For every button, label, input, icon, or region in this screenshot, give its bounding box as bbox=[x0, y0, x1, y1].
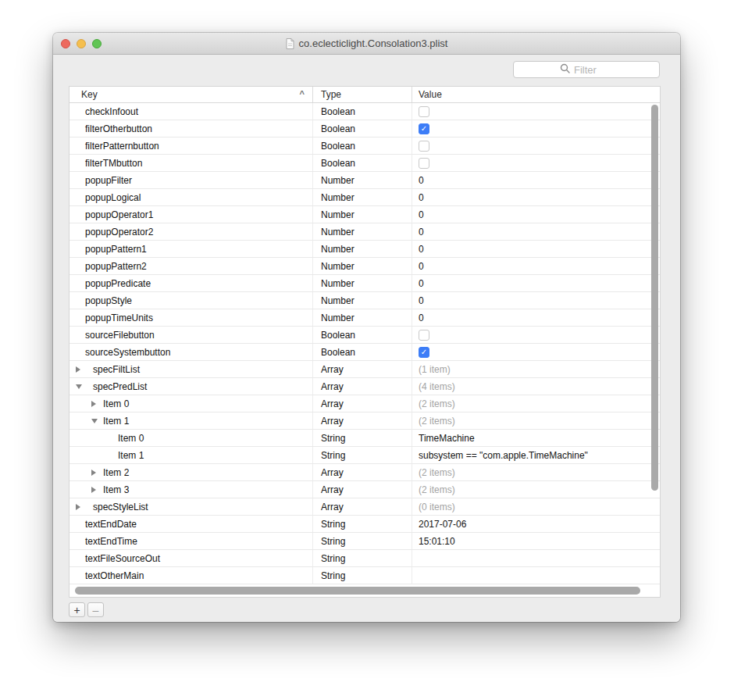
value-cell[interactable]: (2 items) bbox=[412, 412, 660, 429]
disclosure-expanded-icon[interactable] bbox=[91, 419, 98, 423]
type-cell[interactable]: Boolean bbox=[313, 103, 412, 120]
table-row[interactable]: textEndDateString2017-07-06 bbox=[69, 516, 660, 533]
type-cell[interactable]: Array bbox=[313, 412, 412, 429]
key-cell[interactable]: specStyleList bbox=[69, 498, 313, 515]
table-row[interactable]: popupStyleNumber0 bbox=[69, 292, 660, 309]
disclosure-collapsed-icon[interactable] bbox=[91, 401, 96, 407]
type-cell[interactable]: Array bbox=[313, 464, 412, 480]
table-row[interactable]: popupPattern2Number0 bbox=[69, 258, 660, 275]
table-row[interactable]: textOtherMainString bbox=[69, 567, 660, 584]
value-cell[interactable] bbox=[412, 138, 660, 154]
filter-field[interactable] bbox=[513, 61, 660, 78]
type-cell[interactable]: String bbox=[313, 550, 412, 566]
key-cell[interactable]: popupTimeUnits bbox=[69, 309, 313, 326]
table-row[interactable]: popupOperator1Number0 bbox=[69, 206, 660, 223]
type-cell[interactable]: Array bbox=[313, 395, 412, 412]
table-row[interactable]: Item 3Array(2 items) bbox=[69, 481, 660, 498]
disclosure-collapsed-icon[interactable] bbox=[76, 504, 80, 510]
value-cell[interactable]: (0 items) bbox=[412, 498, 660, 515]
key-cell[interactable]: popupPredicate bbox=[69, 275, 313, 291]
type-cell[interactable]: Boolean bbox=[313, 155, 412, 171]
table-row[interactable]: Item 0Array(2 items) bbox=[69, 395, 660, 412]
horizontal-scrollbar-thumb[interactable] bbox=[75, 587, 640, 595]
filter-input[interactable] bbox=[574, 64, 613, 76]
key-cell[interactable]: textOtherMain bbox=[69, 567, 313, 584]
value-cell[interactable] bbox=[412, 550, 660, 566]
table-row[interactable]: Item 2Array(2 items) bbox=[69, 464, 660, 481]
key-cell[interactable]: Item 1 bbox=[69, 447, 313, 463]
value-cell[interactable] bbox=[412, 155, 660, 171]
table-row[interactable]: specStyleListArray(0 items) bbox=[69, 498, 660, 516]
key-cell[interactable]: textEndTime bbox=[69, 533, 313, 549]
value-cell[interactable] bbox=[412, 103, 660, 120]
table-row[interactable]: filterTMbuttonBoolean bbox=[69, 155, 660, 172]
table-row[interactable]: popupOperator2Number0 bbox=[69, 223, 660, 241]
table-row[interactable]: textFileSourceOutString bbox=[69, 550, 660, 567]
key-cell[interactable]: sourceSystembutton bbox=[69, 344, 313, 360]
type-cell[interactable]: String bbox=[313, 430, 412, 446]
remove-row-button[interactable]: – bbox=[87, 602, 104, 617]
type-cell[interactable]: String bbox=[313, 447, 412, 463]
key-cell[interactable]: filterTMbutton bbox=[69, 155, 313, 171]
type-cell[interactable]: String bbox=[313, 516, 412, 532]
value-cell[interactable]: (2 items) bbox=[412, 464, 660, 480]
type-cell[interactable]: Number bbox=[313, 172, 412, 188]
key-cell[interactable]: Item 2 bbox=[69, 464, 313, 480]
value-cell[interactable]: 0 bbox=[412, 223, 660, 240]
type-cell[interactable]: Boolean bbox=[313, 120, 412, 137]
value-cell[interactable]: 0 bbox=[412, 275, 660, 291]
type-cell[interactable]: Number bbox=[313, 275, 412, 291]
table-row[interactable]: popupLogicalNumber0 bbox=[69, 189, 660, 206]
value-cell[interactable]: 15:01:10 bbox=[412, 533, 660, 549]
table-row[interactable]: filterOtherbuttonBoolean✓ bbox=[69, 120, 660, 138]
value-cell[interactable] bbox=[412, 567, 660, 584]
checkbox-checked[interactable]: ✓ bbox=[419, 123, 429, 134]
value-cell[interactable]: (2 items) bbox=[412, 481, 660, 498]
column-header-value[interactable]: Value bbox=[412, 87, 660, 102]
table-row[interactable]: specFiltListArray(1 item) bbox=[69, 361, 660, 378]
key-cell[interactable]: Item 3 bbox=[69, 481, 313, 498]
key-cell[interactable]: popupOperator2 bbox=[69, 223, 313, 240]
type-cell[interactable]: String bbox=[313, 567, 412, 584]
type-cell[interactable]: Boolean bbox=[313, 344, 412, 360]
table-row[interactable]: sourceSystembuttonBoolean✓ bbox=[69, 344, 660, 361]
value-cell[interactable]: 0 bbox=[412, 206, 660, 223]
type-cell[interactable]: Boolean bbox=[313, 327, 412, 343]
value-cell[interactable]: (1 item) bbox=[412, 361, 660, 377]
disclosure-collapsed-icon[interactable] bbox=[91, 487, 96, 493]
key-cell[interactable]: popupPattern1 bbox=[69, 241, 313, 257]
value-cell[interactable]: 0 bbox=[412, 172, 660, 188]
value-cell[interactable]: 2017-07-06 bbox=[412, 516, 660, 532]
key-cell[interactable]: Item 1 bbox=[69, 412, 313, 429]
checkbox-unchecked[interactable] bbox=[419, 330, 429, 341]
key-cell[interactable]: checkInfoout bbox=[69, 103, 313, 120]
key-cell[interactable]: popupPattern2 bbox=[69, 258, 313, 274]
type-cell[interactable]: Number bbox=[313, 206, 412, 223]
key-cell[interactable]: sourceFilebutton bbox=[69, 327, 313, 343]
type-cell[interactable]: Number bbox=[313, 258, 412, 274]
disclosure-collapsed-icon[interactable] bbox=[76, 366, 80, 373]
value-cell[interactable]: subsystem == "com.apple.TimeMachine" bbox=[412, 447, 660, 463]
value-cell[interactable]: 0 bbox=[412, 258, 660, 274]
type-cell[interactable]: Boolean bbox=[313, 138, 412, 154]
value-cell[interactable]: 0 bbox=[412, 292, 660, 309]
value-cell[interactable]: 0 bbox=[412, 241, 660, 257]
key-cell[interactable]: filterPatternbutton bbox=[69, 138, 313, 154]
value-cell[interactable]: (4 items) bbox=[412, 378, 660, 395]
window-titlebar[interactable]: co.eclecticlight.Consolation3.plist bbox=[53, 33, 680, 55]
minimize-button[interactable] bbox=[77, 39, 86, 48]
add-row-button[interactable]: + bbox=[69, 602, 85, 617]
value-cell[interactable]: TimeMachine bbox=[412, 430, 660, 446]
value-cell[interactable]: 0 bbox=[412, 309, 660, 326]
key-cell[interactable]: specPredList bbox=[69, 378, 313, 395]
value-cell[interactable]: ✓ bbox=[412, 344, 660, 360]
checkbox-unchecked[interactable] bbox=[419, 158, 429, 169]
type-cell[interactable]: Number bbox=[313, 241, 412, 257]
disclosure-expanded-icon[interactable] bbox=[76, 384, 82, 389]
key-cell[interactable]: textFileSourceOut bbox=[69, 550, 313, 566]
table-row[interactable]: popupFilterNumber0 bbox=[69, 172, 660, 189]
type-cell[interactable]: Array bbox=[313, 378, 412, 395]
type-cell[interactable]: Array bbox=[313, 481, 412, 498]
table-row[interactable]: Item 0StringTimeMachine bbox=[69, 430, 660, 447]
type-cell[interactable]: Array bbox=[313, 361, 412, 377]
